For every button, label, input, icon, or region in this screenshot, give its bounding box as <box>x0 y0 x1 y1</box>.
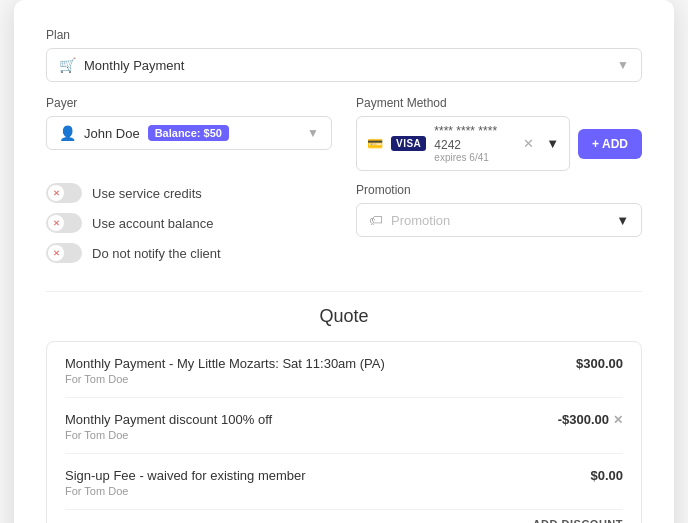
credit-card-icon: 💳 <box>367 136 383 151</box>
toggle-x-icon: ✕ <box>53 189 60 198</box>
service-credits-toggle[interactable]: ✕ <box>46 183 82 203</box>
quote-item: Sign-up Fee - waived for existing member… <box>65 454 623 510</box>
account-balance-toggle-row: ✕ Use account balance <box>46 213 332 233</box>
section-divider <box>46 291 642 292</box>
enrollment-modal: Plan 🛒 Monthly Payment ▼ Payer 👤 John Do… <box>14 0 674 523</box>
chevron-down-icon: ▼ <box>616 213 629 228</box>
item-amount: $0.00 <box>590 468 623 483</box>
item-title: Monthly Payment - My Little Mozarts: Sat… <box>65 356 385 371</box>
notify-label: Do not notify the client <box>92 246 221 261</box>
notify-toggle-row: ✕ Do not notify the client <box>46 243 332 263</box>
item-title: Sign-up Fee - waived for existing member <box>65 468 306 483</box>
chevron-down-icon: ▼ <box>617 58 629 72</box>
plan-value: Monthly Payment <box>84 58 184 73</box>
promotion-label: Promotion <box>356 183 642 197</box>
add-payment-button[interactable]: + ADD <box>578 129 642 159</box>
toggle-x-icon: ✕ <box>53 219 60 228</box>
item-title: Monthly Payment discount 100% off <box>65 412 272 427</box>
visa-badge: VISA <box>391 136 426 151</box>
payment-method-label: Payment Method <box>356 96 642 110</box>
chevron-down-icon: ▼ <box>546 136 559 151</box>
quote-item: Monthly Payment - My Little Mozarts: Sat… <box>65 342 623 398</box>
plan-select[interactable]: 🛒 Monthly Payment ▼ <box>46 48 642 82</box>
payer-select[interactable]: 👤 John Doe Balance: $50 ▼ <box>46 116 332 150</box>
add-discount-link[interactable]: ADD DISCOUNT <box>533 518 623 523</box>
quote-box: Monthly Payment - My Little Mozarts: Sat… <box>46 341 642 523</box>
quote-title: Quote <box>46 306 642 327</box>
balance-badge: Balance: $50 <box>148 125 229 141</box>
toggle-x-icon: ✕ <box>53 249 60 258</box>
plan-label: Plan <box>46 28 642 42</box>
account-balance-toggle[interactable]: ✕ <box>46 213 82 233</box>
promotion-select[interactable]: 🏷 Promotion ▼ <box>356 203 642 237</box>
cart-icon: 🛒 <box>59 57 76 73</box>
item-sub: For Tom Doe <box>65 485 306 497</box>
tag-icon: 🏷 <box>369 212 383 228</box>
person-icon: 👤 <box>59 125 76 141</box>
remove-card-icon[interactable]: ✕ <box>523 136 534 151</box>
remove-discount-icon[interactable]: ✕ <box>613 413 623 427</box>
item-amount: -$300.00 ✕ <box>558 412 623 427</box>
add-discount-row: ADD DISCOUNT <box>65 510 623 523</box>
card-digits: **** **** **** 4242 <box>434 124 511 152</box>
chevron-down-icon: ▼ <box>307 126 319 140</box>
item-sub: For Tom Doe <box>65 429 272 441</box>
payment-method-box: 💳 VISA **** **** **** 4242 expires 6/41 … <box>356 116 570 171</box>
promotion-placeholder: Promotion <box>391 213 450 228</box>
service-credits-toggle-row: ✕ Use service credits <box>46 183 332 203</box>
item-amount: $300.00 <box>576 356 623 371</box>
payer-label: Payer <box>46 96 332 110</box>
notify-toggle[interactable]: ✕ <box>46 243 82 263</box>
quote-item: Monthly Payment discount 100% off For To… <box>65 398 623 454</box>
account-balance-label: Use account balance <box>92 216 213 231</box>
card-expiry: expires 6/41 <box>434 152 511 163</box>
service-credits-label: Use service credits <box>92 186 202 201</box>
payer-name: John Doe <box>84 126 140 141</box>
item-sub: For Tom Doe <box>65 373 385 385</box>
